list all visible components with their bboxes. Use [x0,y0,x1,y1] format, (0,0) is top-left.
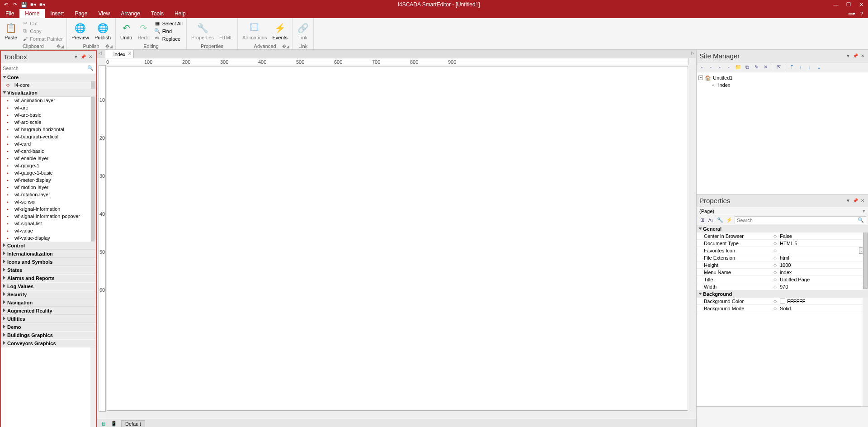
advanced-marker-icon[interactable]: ◇ [772,306,778,311]
undo-icon[interactable]: ↶ [3,1,9,8]
tab-nav-right-icon[interactable]: ▷ [691,51,694,55]
toolbox-category-security[interactable]: Security [1,290,96,299]
close-icon[interactable]: ✕ [858,1,864,8]
toolbox-item-wf-signal-information[interactable]: ▪wf-signal-information [1,205,96,213]
expand-toggle-icon[interactable]: − [698,76,703,80]
pin-icon[interactable]: 📌 [853,198,858,204]
clone-icon[interactable]: ⧉ [744,64,751,71]
toolbox-item-wf-signal-information-popover[interactable]: ▪wf-signal-information-popover [1,213,96,220]
prop-row-favorites-icon[interactable]: Favorites Icon◇… [697,247,868,254]
toolbox-category-navigation[interactable]: Navigation [1,299,96,307]
toolbox-item-wf-card-basic[interactable]: ▪wf-card-basic [1,147,96,155]
prop-row-background-mode[interactable]: Background Mode◇Solid [697,305,868,312]
prop-row-height[interactable]: Height◇1000 [697,261,868,269]
properties-scrollbar[interactable] [863,225,868,406]
new-folder-icon[interactable]: 📁 [735,64,742,71]
toolbox-item-wf-enable-layer[interactable]: ▪wf-enable-layer [1,155,96,162]
dialog-launcher-icon[interactable]: �◢ [57,44,64,49]
find-button[interactable]: 🔍Find [153,28,184,35]
select-all-button[interactable]: ▦Select All [153,20,184,27]
prop-row-document-type[interactable]: Document Type◇HTML 5 [697,240,868,247]
toolbox-item-wf-arc[interactable]: ▪wf-arc [1,104,96,111]
alphabetical-icon[interactable]: A↓ [708,217,715,224]
delete-icon[interactable]: ✕ [762,64,769,71]
toolbox-category-control[interactable]: Control [1,242,96,250]
tab-nav-left-icon[interactable]: ◁ [99,51,102,55]
menu-insert[interactable]: Insert [45,9,69,18]
prop-category-background[interactable]: Background [697,290,868,298]
minimize-icon[interactable]: — [833,1,839,8]
move-up-icon[interactable]: ↑ [797,64,804,71]
prop-row-background-color[interactable]: Background Color◇FFFFFF [697,298,868,305]
desktop-view-icon[interactable]: 🖥 [99,420,107,427]
advanced-marker-icon[interactable]: ◇ [772,277,778,282]
toolbox-item-wf-meter-display[interactable]: ▪wf-meter-display [1,176,96,184]
settings-icon[interactable]: ✹▾ [30,1,36,8]
layout-icon[interactable]: ▭▾ [848,10,855,17]
toolbox-item-i4-core[interactable]: ⚙i4-core [1,81,96,89]
prop-row-file-extension[interactable]: File Extension◇html [697,254,868,261]
pin-icon[interactable]: 📌 [80,54,86,60]
toolbox-item-wf-gauge-1[interactable]: ▪wf-gauge-1 [1,162,96,169]
prop-row-width[interactable]: Width◇970 [697,283,868,290]
canvas-scrollbar-vertical[interactable] [689,65,696,412]
advanced-marker-icon[interactable]: ◇ [772,270,778,275]
publish-button[interactable]: 🌐Publish [93,21,113,41]
preview-button[interactable]: 🌐Preview [70,21,91,41]
mobile-view-icon[interactable]: 📱 [110,420,118,427]
advanced-marker-icon[interactable]: ◇ [772,248,778,253]
close-icon[interactable]: ✕ [860,53,865,59]
globe-icon[interactable]: ✹▾ [39,1,45,8]
properties-search-input[interactable] [737,218,858,223]
toolbox-item-wf-sensor[interactable]: ▪wf-sensor [1,198,96,205]
new-page-icon[interactable]: ▫ [698,64,706,71]
menu-help[interactable]: Help [169,9,191,18]
tab-close-icon[interactable]: ✕ [128,51,132,56]
toolbox-item-wf-value[interactable]: ▪wf-value [1,227,96,234]
document-tab-index[interactable]: index ✕ [105,50,134,58]
events-button[interactable]: ⚡Events [270,21,289,41]
toolbox-category-buildings-graphics[interactable]: Buildings Graphics [1,331,96,339]
toolbox-item-wf-card[interactable]: ▪wf-card [1,140,96,147]
search-icon[interactable]: 🔍 [87,65,94,72]
site-page-node[interactable]: ▫ index [698,81,866,89]
close-icon[interactable]: ✕ [860,198,865,204]
menu-view[interactable]: View [93,9,115,18]
new-master-icon[interactable]: ▫ [717,64,724,71]
prop-row-menu-name[interactable]: Menu Name◇index [697,269,868,276]
advanced-marker-icon[interactable]: ◇ [772,285,778,289]
categorized-icon[interactable]: ⊞ [698,217,706,224]
toolbox-category-conveyors-graphics[interactable]: Conveyors Graphics [1,339,96,347]
toolbox-category-alarms-and-reports[interactable]: Alarms and Reports [1,274,96,282]
breakpoint-selector[interactable]: Default [121,420,145,427]
replace-button[interactable]: ᴬᴮReplace [153,35,184,43]
import-icon[interactable]: ⇱ [775,64,782,71]
toolbox-category-utilities[interactable]: Utilities [1,315,96,323]
toolbox-item-wf-gauge-1-basic[interactable]: ▪wf-gauge-1-basic [1,169,96,176]
advanced-marker-icon[interactable]: ◇ [772,299,778,304]
toolbox-category-core[interactable]: Core [1,73,96,81]
menu-page[interactable]: Page [69,9,93,18]
toolbox-item-wf-arc-scale[interactable]: ▪wf-arc-scale [1,119,96,126]
redo-icon[interactable]: ↷ [12,1,18,8]
toolbox-category-icons-and-symbols[interactable]: Icons and Symbols [1,258,96,266]
search-icon[interactable]: 🔍 [858,217,864,223]
toolbox-category-states[interactable]: States [1,266,96,274]
prop-category-general[interactable]: General [697,225,868,232]
toolbox-category-visualization[interactable]: Visualization [1,89,96,97]
paste-button[interactable]: 📋Paste [3,21,19,41]
restore-icon[interactable]: ❐ [845,1,852,8]
dialog-launcher-icon[interactable]: �◢ [105,44,113,49]
design-canvas[interactable] [107,66,688,411]
dropdown-icon[interactable]: ▼ [73,54,79,60]
events-icon[interactable]: ⚡ [726,217,733,224]
undo-button[interactable]: ↶Undo [118,21,134,41]
move-top-icon[interactable]: ⤒ [788,64,795,71]
menu-file[interactable]: File [0,9,19,18]
menu-arrange[interactable]: Arrange [115,9,146,18]
toolbox-item-wf-value-display[interactable]: ▪wf-value-display [1,234,96,242]
toolbox-item-wf-animation-layer[interactable]: ▪wf-animation-layer [1,97,96,104]
toolbox-item-wf-rotation-layer[interactable]: ▪wf-rotation-layer [1,191,96,198]
dropdown-icon[interactable]: ▼ [845,53,851,59]
toolbox-search-input[interactable] [3,66,87,71]
